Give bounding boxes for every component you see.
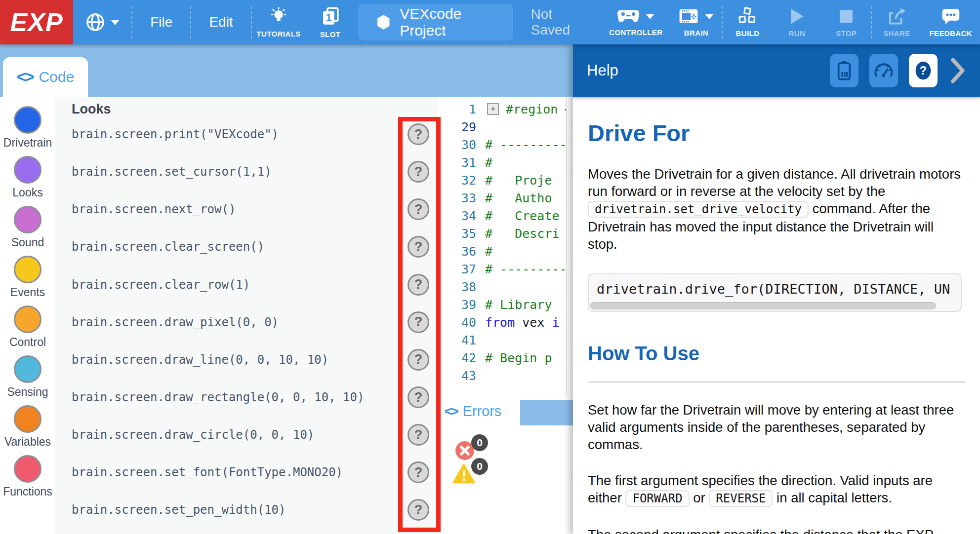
command-item[interactable]: brain.screen.print("VEXcode")? (55, 115, 438, 153)
sidebar-category-functions[interactable]: Functions (0, 455, 55, 505)
project-name-button[interactable]: VEXcode Project (358, 4, 513, 40)
editor-line[interactable]: 36# (438, 242, 573, 260)
command-item[interactable]: brain.screen.draw_line(0, 0, 10, 10)? (55, 341, 438, 379)
command-help-button[interactable]: ? (408, 386, 429, 408)
sidebar-category-sound[interactable]: Sound (0, 206, 55, 256)
command-help-button[interactable]: ? (408, 349, 429, 371)
command-text[interactable]: brain.screen.draw_rectangle(0, 0, 10, 10… (72, 390, 364, 404)
category-color-circle[interactable] (14, 405, 41, 433)
command-item[interactable]: brain.screen.clear_screen()? (55, 228, 438, 266)
line-number: 39 (438, 298, 476, 312)
editor-line[interactable]: 34# Create (438, 207, 573, 225)
editor-line[interactable]: 37# ------------------ (438, 260, 573, 278)
editor-line[interactable]: 40from vex i (438, 313, 573, 331)
command-help-button[interactable]: ? (408, 311, 429, 333)
command-help-button[interactable]: ? (408, 424, 429, 446)
editor-line[interactable]: 32# Proje (438, 171, 573, 189)
editor-lines: 1+#region VE2930# ------------------31#3… (438, 100, 573, 384)
sidebar-category-sensing[interactable]: Sensing (0, 355, 55, 405)
sidebar-category-events[interactable]: Events (0, 256, 55, 305)
command-text[interactable]: brain.screen.clear_screen() (72, 240, 264, 254)
help-title: Help (587, 62, 618, 79)
help-intro-paragraph: Moves the Drivetrain for a given distanc… (588, 165, 965, 253)
editor-line[interactable]: 35# Descri (438, 225, 573, 242)
editor-line[interactable]: 42# Begin p (438, 349, 573, 367)
command-text[interactable]: brain.screen.draw_circle(0, 0, 10) (72, 428, 314, 442)
fold-expand-button[interactable]: + (487, 103, 499, 115)
device-icon (836, 60, 853, 81)
chevron-down-icon (705, 14, 714, 19)
category-color-circle[interactable] (14, 206, 41, 233)
tutorials-button[interactable]: TUTORIALS (252, 0, 306, 44)
command-text[interactable]: brain.screen.set_font(FontType.MONO20) (72, 465, 343, 479)
run-button[interactable]: RUN (772, 0, 821, 44)
command-text[interactable]: brain.screen.print("VEXcode") (72, 127, 279, 141)
command-text[interactable]: brain.screen.clear_row(1) (72, 278, 250, 292)
collapse-chevron-icon[interactable] (948, 57, 966, 84)
command-item[interactable]: brain.screen.set_pen_width(10)? (55, 491, 438, 529)
command-help-button[interactable]: ? (408, 161, 429, 183)
command-text[interactable]: brain.screen.draw_line(0, 0, 10, 10) (72, 353, 328, 367)
command-item[interactable]: brain.screen.clear_row(1)? (55, 266, 438, 304)
line-number: 33 (438, 191, 476, 205)
category-color-circle[interactable] (14, 355, 41, 383)
code-editor-panel[interactable]: 1+#region VE2930# ------------------31#3… (438, 97, 573, 534)
command-text[interactable]: brain.screen.set_pen_width(10) (72, 503, 286, 517)
category-color-circle[interactable] (14, 455, 41, 483)
category-color-circle[interactable] (14, 256, 41, 283)
build-button[interactable]: BUILD (723, 0, 772, 44)
brain-button[interactable]: BRAIN (670, 0, 722, 44)
command-text[interactable]: brain.screen.draw_pixel(0, 0) (72, 315, 279, 329)
dashboard-button[interactable] (869, 54, 898, 87)
editor-line[interactable]: 43 (438, 367, 573, 384)
command-item[interactable]: brain.screen.set_font(FontType.MONO20)? (55, 454, 438, 491)
device-info-button[interactable] (830, 54, 858, 87)
category-color-circle[interactable] (14, 305, 41, 333)
line-number: 30 (438, 138, 476, 152)
command-help-button[interactable]: ? (408, 499, 429, 521)
command-item[interactable]: brain.screen.draw_circle(0, 0, 10)? (55, 416, 438, 454)
command-item[interactable]: brain.screen.draw_rectangle(0, 0, 10, 10… (55, 379, 438, 416)
editor-line[interactable]: 39# Library (438, 296, 573, 313)
editor-line[interactable]: 30# ------------------ (438, 136, 573, 153)
tab-errors[interactable]: <> Errors (438, 397, 520, 425)
editor-scrollbar[interactable] (566, 97, 573, 397)
edit-menu[interactable]: Edit (191, 0, 250, 44)
slot-icon: 1 (320, 6, 341, 27)
sidebar-category-variables[interactable]: Variables (0, 405, 55, 455)
category-label: Sensing (7, 385, 48, 399)
signature-scrollbar-thumb[interactable] (590, 302, 936, 309)
stop-button[interactable]: STOP (821, 0, 871, 44)
command-help-button[interactable]: ? (408, 274, 429, 296)
sidebar-category-control[interactable]: Control (0, 305, 55, 355)
editor-line[interactable]: 33# Autho (438, 189, 573, 207)
sidebar-category-drivetrain[interactable]: Drivetrain (0, 106, 55, 156)
editor-line[interactable]: 29 (438, 118, 573, 136)
section-divider (588, 381, 965, 382)
command-text[interactable]: brain.screen.next_row() (72, 202, 236, 216)
command-text[interactable]: brain.screen.set_cursor(1,1) (72, 165, 272, 179)
command-item[interactable]: brain.screen.next_row()? (55, 191, 438, 228)
inline-code-chip: drivetrain.set_drive_velocity (588, 201, 809, 218)
file-menu[interactable]: File (132, 0, 190, 44)
editor-line[interactable]: 38 (438, 278, 573, 296)
editor-line[interactable]: 1+#region VE (438, 100, 573, 118)
share-button[interactable]: SHARE (872, 0, 921, 44)
help-button[interactable]: ? (909, 54, 938, 87)
command-help-button[interactable]: ? (408, 236, 429, 258)
command-help-button[interactable]: ? (408, 461, 429, 483)
editor-line[interactable]: 41 (438, 331, 573, 349)
command-help-button[interactable]: ? (408, 123, 429, 145)
command-help-button[interactable]: ? (408, 198, 429, 220)
command-item[interactable]: brain.screen.set_cursor(1,1)? (55, 153, 438, 191)
tab-code[interactable]: <> Code (3, 57, 88, 97)
category-color-circle[interactable] (14, 156, 41, 184)
slot-button[interactable]: 1 SLOT (306, 0, 355, 44)
controller-button[interactable]: CONTROLLER (601, 0, 670, 44)
editor-line[interactable]: 31# (438, 153, 573, 171)
sidebar-category-looks[interactable]: Looks (0, 156, 55, 206)
language-menu[interactable] (73, 0, 131, 44)
category-color-circle[interactable] (14, 106, 41, 134)
feedback-button[interactable]: FEEDBACK (921, 0, 980, 44)
command-item[interactable]: brain.screen.draw_pixel(0, 0)? (55, 304, 438, 341)
